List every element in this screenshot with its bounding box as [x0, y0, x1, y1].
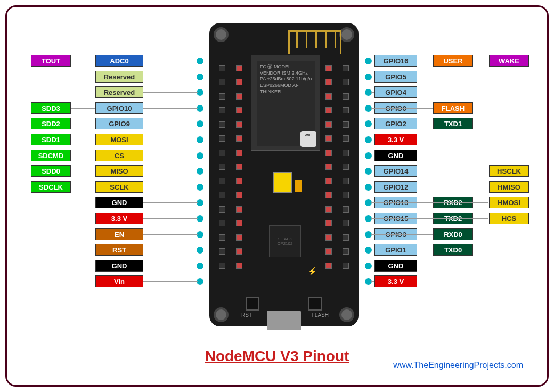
mount-hole: [339, 307, 354, 322]
micro-usb-port: [267, 311, 301, 330]
esp8266-module: FC ⓔ MODEL VENDOR ISM 2.4GHz PA +25dBm 8…: [251, 55, 320, 151]
pin-label-gnd: GND: [374, 150, 417, 161]
pin-connector: [143, 202, 198, 203]
pin-label-sdd2: SDD2: [31, 118, 71, 129]
pin-label-flash: FLASH: [433, 102, 473, 114]
pin-connector: [371, 77, 374, 77]
pin-header-left-outer: [214, 57, 231, 276]
pin-connector: [371, 202, 488, 203]
pin-connector: [143, 234, 198, 235]
pin-label-txd1: TXD1: [433, 118, 473, 129]
nodemcu-board: FC ⓔ MODEL VENDOR ISM 2.4GHz PA +25dBm 8…: [209, 23, 359, 326]
rst-silkscreen: RST: [241, 312, 252, 318]
pin-label-rxd0: RXD0: [433, 228, 473, 240]
pin-label-gpio5: GPIO5: [374, 71, 417, 83]
pin-connector: [143, 218, 198, 219]
pin-connector: [143, 77, 198, 77]
pin-label-sdd1: SDD1: [31, 134, 71, 145]
pin-label-hmiso: HMISO: [489, 181, 529, 193]
reset-button: [246, 297, 259, 311]
pin-label-sdd3: SDD3: [31, 102, 71, 114]
pin-label-33v: 3.3 V: [374, 275, 417, 287]
pin-header-right-inner: [320, 57, 337, 276]
pin-label-tout: TOUT: [31, 55, 71, 67]
pin-connector: [143, 266, 198, 266]
pin-label-gnd: GND: [95, 197, 143, 208]
pin-connector: [143, 92, 198, 93]
pin-connector: [371, 187, 488, 187]
mount-hole: [214, 27, 229, 42]
lightning-icon: ⚡: [308, 267, 317, 275]
pin-label-hsclk: HSCLK: [489, 165, 529, 177]
pin-connector: [371, 250, 433, 250]
pin-connector: [371, 61, 488, 61]
pin-label-gpio9: GPIO9: [95, 118, 143, 129]
pin-label-sdcmd: SDCMD: [31, 150, 71, 161]
pin-connector: [371, 281, 374, 282]
mount-hole: [339, 27, 354, 42]
pin-label-hmosi: HMOSI: [489, 197, 529, 208]
attribution-link: www.TheEngineeringProjects.com: [393, 361, 523, 370]
pin-connector: [371, 234, 433, 235]
flash-button: [308, 297, 322, 311]
led-component: [273, 172, 292, 193]
pin-label-cs: CS: [95, 150, 143, 161]
pin-label-33v: 3.3 V: [374, 134, 417, 145]
pin-connector: [371, 140, 374, 140]
pin-label-hcs: HCS: [489, 213, 529, 224]
pin-label-sdd0: SDD0: [31, 165, 71, 177]
pin-label-sdclk: SDCLK: [31, 181, 71, 193]
pin-header-right-outer: [337, 57, 354, 276]
pin-label-miso: MISO: [95, 165, 143, 177]
pin-label-wake: WAKE: [489, 55, 529, 67]
pin-label-txd0: TXD0: [433, 244, 473, 256]
pin-label-en: EN: [95, 228, 143, 240]
pin-label-33v: 3.3 V: [95, 213, 143, 224]
pin-connector: [143, 250, 198, 250]
pin-label-sclk: SCLK: [95, 181, 143, 193]
led-component-small: [295, 180, 302, 192]
pin-connector: [371, 124, 433, 124]
flash-silkscreen: FLASH: [312, 312, 329, 318]
usb-serial-ic: SILABS CP2102: [269, 225, 301, 257]
pin-connector: [371, 92, 374, 93]
pin-header-left-inner: [231, 57, 248, 276]
pin-label-gpio4: GPIO4: [374, 86, 417, 98]
mount-hole: [214, 307, 229, 322]
pin-connector: [371, 108, 433, 109]
pin-label-gnd: GND: [95, 260, 143, 272]
pin-connector: [371, 266, 374, 266]
pin-connector: [371, 171, 488, 172]
pin-label-reserved: Reserved: [95, 86, 143, 98]
pin-connector: [143, 281, 198, 282]
pin-label-adc0: ADC0: [95, 55, 143, 67]
pin-label-gnd: GND: [374, 260, 417, 272]
pin-label-reserved: Reserved: [95, 71, 143, 83]
wifi-icon: WiFi: [300, 131, 316, 147]
pin-label-mosi: MOSI: [95, 134, 143, 145]
pin-connector: [371, 156, 374, 156]
antenna-icon: [288, 30, 341, 54]
pin-connector: [371, 218, 488, 219]
pin-label-gpio10: GPIO10: [95, 102, 143, 114]
pin-label-rst: RST: [95, 244, 143, 256]
diagram-frame: FC ⓔ MODEL VENDOR ISM 2.4GHz PA +25dBm 8…: [5, 5, 549, 387]
pin-label-vin: Vin: [95, 275, 143, 287]
